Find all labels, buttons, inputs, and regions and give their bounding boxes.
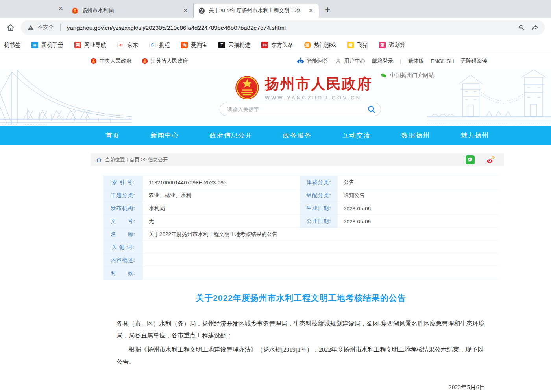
- portal-label: 中国扬州门户网站: [390, 72, 434, 79]
- bookmark-favicon: C: [149, 42, 156, 48]
- meta-label: 生成日期:: [299, 202, 338, 215]
- meta-value: 公告: [338, 176, 498, 189]
- bookmark-item[interactable]: 机书签: [4, 42, 20, 49]
- link-label: 智能问答: [307, 57, 328, 64]
- bridge-artwork-right: [427, 69, 551, 126]
- not-secure-warning-icon[interactable]: [27, 24, 34, 31]
- bookmark-item[interactable]: 猪 飞猪: [347, 42, 368, 49]
- nav-item-info-disclosure[interactable]: 政府信息公开: [210, 131, 252, 140]
- nav-item-news[interactable]: 新闻中心: [150, 131, 179, 140]
- meta-value: 2023-05-06: [338, 215, 498, 228]
- browser-toolbar: 不安全 yangzhou.gov.cn/yzszxxgk/slj/202305/…: [0, 18, 551, 37]
- new-tab-button[interactable]: +: [325, 4, 330, 15]
- meta-label: 时 效:: [103, 267, 144, 280]
- bookmark-label: 京东: [127, 42, 138, 49]
- security-label[interactable]: 不安全: [37, 24, 54, 31]
- site-search: [220, 103, 381, 116]
- bookmark-label: 爱淘宝: [191, 42, 207, 49]
- nav-item-charm[interactable]: 魅力扬州: [460, 131, 489, 140]
- bookmark-label: 新机手册: [41, 42, 63, 49]
- bookmark-item[interactable]: JD 京东: [117, 42, 138, 49]
- home-icon: [96, 157, 102, 163]
- article-date: 2023年5月6日: [116, 383, 485, 392]
- tab-close-icon[interactable]: ✕: [58, 5, 63, 12]
- meta-row: 关 键 词:: [103, 241, 498, 254]
- nav-item-services[interactable]: 政务服务: [283, 131, 311, 140]
- bookmark-item[interactable]: T 天猫精选: [218, 42, 250, 49]
- portal-link[interactable]: 中国扬州门户网站: [381, 72, 434, 79]
- meta-value: 关于2022年度扬州市水利工程文明工地考核结果的公告: [144, 228, 498, 241]
- bookmark-favicon: 东方: [261, 42, 268, 48]
- bookmark-item[interactable]: ≣ 新机手册: [31, 42, 63, 49]
- bookmark-item[interactable]: 淘 爱淘宝: [181, 42, 207, 49]
- tab-close-icon[interactable]: ✕: [308, 7, 314, 14]
- nav-item-interaction[interactable]: 互动交流: [342, 131, 370, 140]
- site-url-caption: WWW.YANGZHOU.GOV.CN: [265, 95, 372, 101]
- main-navigation: 首页 新闻中心 政府信息公开 政务服务 互动交流 数据扬州 魅力扬州: [0, 126, 551, 145]
- robot-icon: [296, 57, 304, 65]
- bookmark-item[interactable]: 网 网址导航: [74, 42, 106, 49]
- link-label: 用户中心: [344, 57, 365, 64]
- site-logo[interactable]: 扬州市人民政府 WWW.YANGZHOU.GOV.CN: [235, 74, 372, 101]
- user-center-link[interactable]: 用户中心: [335, 57, 365, 64]
- meta-row: 名 称: 关于2022年度扬州市水利工程文明工地考核结果的公告: [103, 228, 498, 241]
- accessibility-link[interactable]: 无障碍阅读: [461, 57, 488, 64]
- meta-label: 组配分类:: [299, 189, 338, 202]
- link-label: 中央人民政府: [100, 57, 131, 64]
- bookmark-item[interactable]: 聚 聚划算: [379, 42, 405, 49]
- meta-value: 11321000014407098E-2023-095: [144, 176, 299, 189]
- tab-title: 扬州市水利局: [82, 7, 179, 14]
- bookmark-label: 东方头条: [271, 42, 293, 49]
- gov-emblem-icon: [142, 58, 148, 64]
- site-name: 扬州市人民政府: [265, 74, 372, 94]
- search-button[interactable]: [366, 103, 377, 115]
- gov-emblem-icon: [91, 58, 97, 64]
- article-paragraph: 各县（市、区）水利（务）局，扬州经济开发区城乡事务管理局，生态科技新城规划建设局…: [116, 318, 485, 341]
- link-jiangsu-government[interactable]: 江苏省人民政府: [142, 57, 188, 64]
- meta-label: 发布机构:: [103, 202, 144, 215]
- zoom-out-icon[interactable]: [518, 24, 525, 31]
- person-icon: [335, 58, 341, 64]
- nav-item-home[interactable]: 首页: [105, 131, 120, 140]
- meta-row: 文 号: 无 公开日期: 2023-05-06: [103, 215, 498, 228]
- smart-qa-link[interactable]: 智能问答: [296, 57, 328, 65]
- article-title: 关于2022年度扬州市水利工程文明工地考核结果的公告: [116, 293, 485, 304]
- page-content: 当前位置：首页 >> 信息公开 索 引 号: 11321000014407098…: [91, 153, 504, 392]
- home-icon[interactable]: [6, 23, 15, 32]
- document-meta-table: 索 引 号: 11321000014407098E-2023-095 体裁分类:…: [103, 176, 498, 280]
- bookmark-label: 网址导航: [84, 42, 106, 49]
- url-divider: [60, 24, 61, 31]
- article-paragraph: 根据《扬州市水利工程文明工地建设管理办法》（扬水规[2019]1号），2022年…: [116, 344, 485, 367]
- bookmark-item[interactable]: 东方 东方头条: [261, 42, 293, 49]
- tab-shuiliju[interactable]: 扬州市水利局 ✕: [67, 4, 194, 18]
- bookmark-item[interactable]: C 携程: [149, 42, 170, 49]
- meta-value: 农业、林业、水利: [144, 189, 299, 202]
- english-link[interactable]: ENGLISH: [431, 58, 454, 64]
- bookmark-item[interactable]: 游 热门游戏: [304, 42, 336, 49]
- tab-announcement-active[interactable]: 关于2022年度扬州市水利工程文明工地 ✕: [194, 4, 319, 18]
- traditional-chinese-link[interactable]: 繁体版: [408, 57, 424, 64]
- url-text[interactable]: yangzhou.gov.cn/yzszxxgk/slj/202305/210c…: [67, 24, 515, 31]
- wechat-share-icon[interactable]: [466, 155, 475, 164]
- site-utility-bar: 中央人民政府 江苏省人民政府 智能问答 用户中心 邮箱登录 | 繁体版: [0, 53, 551, 69]
- site-favicon: [198, 7, 205, 14]
- address-bar[interactable]: 不安全 yangzhou.gov.cn/yzszxxgk/slj/202305/…: [21, 20, 545, 35]
- bridge-artwork-left: [0, 69, 132, 126]
- nav-item-data[interactable]: 数据扬州: [401, 131, 430, 140]
- urlbar-actions: [518, 24, 538, 31]
- meta-label: 体裁分类:: [299, 176, 338, 189]
- breadcrumb-text[interactable]: 当前位置：首页 >> 信息公开: [105, 156, 168, 163]
- share-icon[interactable]: [531, 24, 538, 31]
- article: 关于2022年度扬州市水利工程文明工地考核结果的公告 各县（市、区）水利（务）局…: [91, 293, 504, 392]
- tab-title: 关于2022年度扬州市水利工程文明工地: [209, 7, 304, 14]
- mail-login-link[interactable]: 邮箱登录: [372, 57, 393, 64]
- meta-value: 通知公告: [338, 189, 498, 202]
- gov-emblem-favicon: [72, 7, 78, 14]
- meta-value: 无: [144, 215, 299, 228]
- meta-value: [144, 241, 498, 254]
- tab-close-icon[interactable]: ✕: [182, 7, 189, 14]
- weibo-share-icon[interactable]: [486, 155, 495, 164]
- search-input[interactable]: [227, 107, 366, 112]
- meta-label: 公开日期:: [299, 215, 338, 228]
- link-central-government[interactable]: 中央人民政府: [91, 57, 131, 64]
